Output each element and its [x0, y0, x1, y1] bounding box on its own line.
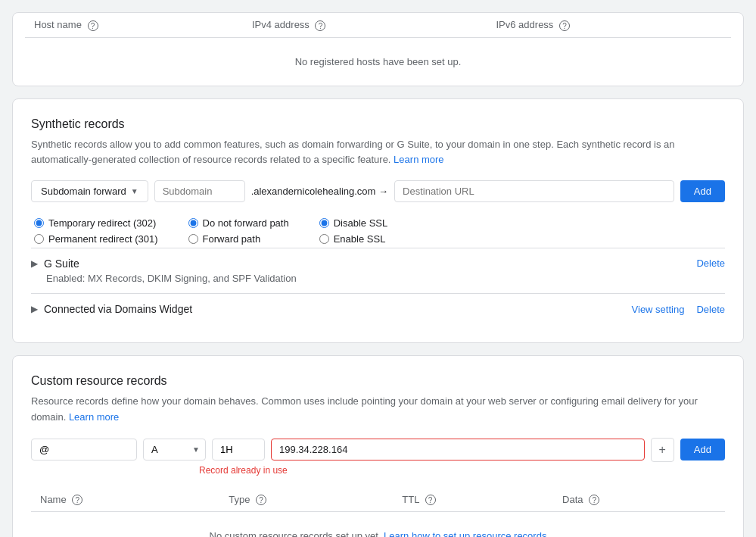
forward-path-text: Forward path [203, 233, 261, 245]
temp-redirect-text: Temporary redirect (302) [48, 217, 156, 229]
disable-ssl-label[interactable]: Disable SSL [319, 217, 388, 229]
perm-redirect-radio[interactable] [34, 234, 44, 244]
view-setting-button[interactable]: View setting [632, 304, 685, 315]
gsuite-desc: Enabled: MX Records, DKIM Signing, and S… [46, 273, 696, 284]
forward-form-row: Subdomain forward ▼ .alexandernicoleheal… [31, 180, 725, 202]
ttl-col-header: TTL ? [393, 488, 553, 512]
ipv4-help-icon[interactable]: ? [315, 20, 325, 31]
custom-add-button[interactable]: Add [680, 439, 725, 461]
ipv6-col-header: IPv6 address ? [487, 13, 731, 37]
ttl-help-icon[interactable]: ? [425, 495, 436, 505]
destination-url-input[interactable] [394, 180, 674, 202]
gsuite-actions: Delete [696, 258, 725, 269]
no-custom-records-row: No custom resource records set up yet. L… [31, 512, 725, 537]
perm-redirect-label[interactable]: Permanent redirect (301) [34, 233, 158, 245]
temp-redirect-radio[interactable] [34, 218, 44, 228]
record-name-input[interactable] [31, 439, 137, 461]
domain-label: .alexandernicolehealing.com → [251, 186, 388, 197]
synthetic-learn-more-link[interactable]: Learn more [394, 154, 443, 165]
synthetic-records-desc: Synthetic records allow you to add commo… [31, 137, 725, 169]
record-form-row: A AAAA CNAME MX TXT NS ▼ + Add [31, 438, 725, 462]
enable-ssl-text: Enable SSL [334, 233, 386, 245]
no-forward-path-text: Do not forward path [203, 217, 289, 229]
synthetic-records-card: Synthetic records Synthetic records allo… [12, 98, 744, 344]
forward-path-label[interactable]: Forward path [188, 233, 289, 245]
connected-widget-row: ▶ Connected via Domains Widget View sett… [31, 293, 725, 324]
connected-delete-button[interactable]: Delete [696, 304, 725, 315]
hosts-card: Host name ? IPv4 address ? IPv6 address … [12, 12, 744, 86]
gsuite-title: G Suite [44, 258, 79, 270]
data-input[interactable] [271, 439, 645, 461]
no-forward-path-label[interactable]: Do not forward path [188, 217, 289, 229]
hostname-col-header: Host name ? [25, 13, 243, 37]
forward-path-radio[interactable] [188, 234, 198, 244]
custom-records-card: Custom resource records Resource records… [12, 355, 744, 537]
data-col-header: Data ? [553, 488, 725, 512]
disable-ssl-radio[interactable] [319, 218, 329, 228]
data-help-icon[interactable]: ? [589, 495, 599, 505]
ipv6-help-icon[interactable]: ? [559, 20, 570, 31]
gsuite-row: ▶ G Suite Enabled: MX Records, DKIM Sign… [31, 248, 725, 293]
record-error-message: Record already in use [199, 465, 725, 476]
name-col-header: Name ? [31, 488, 219, 512]
records-table: Name ? Type ? TTL ? Data ? [31, 488, 725, 537]
ttl-input[interactable] [212, 439, 265, 461]
enable-ssl-label[interactable]: Enable SSL [319, 233, 388, 245]
subdomain-input[interactable] [154, 180, 245, 202]
ssl-options-group: Disable SSL Enable SSL [319, 217, 388, 245]
disable-ssl-text: Disable SSL [334, 217, 388, 229]
connected-expand-icon[interactable]: ▶ [31, 304, 38, 314]
hosts-table: Host name ? IPv4 address ? IPv6 address … [25, 13, 731, 86]
custom-records-desc: Resource records define how your domain … [31, 394, 725, 426]
type-select[interactable]: A AAAA CNAME MX TXT NS [143, 439, 206, 461]
type-col-header: Type ? [219, 488, 393, 512]
custom-learn-more-link[interactable]: Learn more [69, 411, 119, 423]
custom-records-title: Custom resource records [31, 374, 725, 388]
hostname-help-icon[interactable]: ? [88, 20, 98, 31]
synthetic-add-button[interactable]: Add [680, 180, 725, 202]
connected-actions: View setting Delete [632, 304, 725, 315]
learn-how-link[interactable]: Learn how to set up resource records [384, 530, 546, 537]
no-custom-records-message: No custom resource records set up yet. L… [31, 512, 725, 537]
enable-ssl-radio[interactable] [319, 234, 329, 244]
no-hosts-row: No registered hosts have been set up. [25, 37, 731, 86]
no-hosts-message: No registered hosts have been set up. [25, 37, 731, 86]
type-help-icon[interactable]: ? [256, 495, 266, 505]
plus-button[interactable]: + [651, 438, 674, 462]
gsuite-delete-button[interactable]: Delete [696, 258, 725, 269]
connected-title: Connected via Domains Widget [44, 303, 192, 315]
path-options-group: Do not forward path Forward path [188, 217, 289, 245]
temp-redirect-label[interactable]: Temporary redirect (302) [34, 217, 158, 229]
perm-redirect-text: Permanent redirect (301) [48, 233, 158, 245]
dropdown-arrow-icon: ▼ [131, 187, 138, 195]
radio-options-row: Temporary redirect (302) Permanent redir… [31, 211, 725, 248]
gsuite-expand-icon[interactable]: ▶ [31, 258, 38, 269]
type-select-wrap: A AAAA CNAME MX TXT NS ▼ [143, 439, 206, 461]
name-help-icon[interactable]: ? [72, 495, 82, 505]
subdomain-forward-dropdown[interactable]: Subdomain forward ▼ [31, 180, 148, 202]
ipv4-col-header: IPv4 address ? [243, 13, 487, 37]
redirect-type-group: Temporary redirect (302) Permanent redir… [34, 217, 158, 245]
no-forward-path-radio[interactable] [188, 218, 198, 228]
synthetic-records-title: Synthetic records [31, 117, 725, 131]
